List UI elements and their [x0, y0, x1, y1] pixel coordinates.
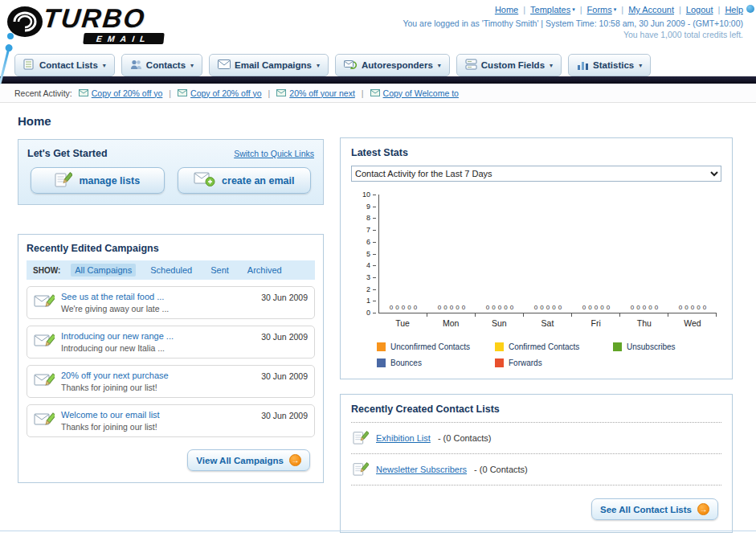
- campaign-subtitle: Thanks for joining our list!: [61, 383, 255, 392]
- contact-list-item[interactable]: Exhibition List - (0 Contacts): [351, 422, 721, 454]
- chart-value-label: 0: [600, 305, 603, 311]
- see-all-contact-lists-label: See All Contact Lists: [600, 505, 692, 514]
- chart-y-tick-mark: [373, 254, 376, 255]
- tab-archived[interactable]: Archived: [243, 264, 286, 277]
- contact-list-item[interactable]: Newsletter Subscribers - (0 Contacts): [351, 454, 721, 485]
- contact-count: - (0 Contacts): [438, 433, 492, 443]
- legend-swatch: [495, 358, 504, 367]
- chart-x-label: Sun: [475, 318, 523, 328]
- campaign-title[interactable]: Introducing our new range ...: [61, 331, 255, 341]
- top-nav-templates-label[interactable]: Templates: [530, 5, 570, 14]
- recent-activity-link[interactable]: Copy of 20% off yo: [92, 88, 163, 98]
- recent-activity-item[interactable]: 20% off your next: [276, 88, 355, 98]
- nav-tab-custom-fields[interactable]: Custom Fields ▾: [456, 54, 562, 76]
- nav-tab-email-campaigns[interactable]: Email Campaigns ▾: [209, 54, 329, 76]
- tab-all-campaigns[interactable]: All Campaigns: [71, 264, 136, 277]
- stats-period-select[interactable]: Contact Activity for the Last 7 Days: [351, 166, 721, 182]
- campaign-date: 30 Jun 2009: [261, 411, 308, 420]
- chart-value-label: 0: [492, 305, 495, 311]
- campaign-date: 30 Jun 2009: [261, 371, 308, 381]
- top-nav-my-account[interactable]: My Account: [628, 5, 674, 14]
- envelope-pencil-icon: [34, 411, 55, 430]
- recent-activity-bar: Recent Activity: Copy of 20% off yo | Co…: [0, 84, 756, 103]
- switch-quick-links-link[interactable]: Switch to Quick Links: [234, 149, 314, 158]
- campaign-title[interactable]: See us at the retail food ...: [61, 292, 255, 301]
- chart-value-label: 0: [462, 305, 465, 311]
- tab-scheduled[interactable]: Scheduled: [146, 264, 196, 277]
- create-email-button[interactable]: create an email: [178, 167, 312, 194]
- campaigns-title: Recently Edited Campaigns: [27, 243, 315, 254]
- chart-y-tick-mark: [373, 277, 376, 278]
- chart-y-tick-mark: [373, 242, 376, 243]
- campaign-list-item[interactable]: Introducing our new range ... Introducin…: [27, 326, 315, 358]
- nav-tab-autoresponders[interactable]: Autoresponders ▾: [335, 54, 450, 76]
- campaign-title[interactable]: Welcome to our email list: [61, 410, 255, 420]
- nav-tab-label: Contact Lists: [39, 60, 98, 70]
- view-all-campaigns-button[interactable]: View All Campaigns →: [187, 449, 310, 471]
- contact-count: - (0 Contacts): [474, 465, 528, 474]
- contact-lists-icon: [23, 59, 35, 72]
- legend-label: Unconfirmed Contacts: [390, 342, 470, 351]
- chart-value-label: 0: [504, 305, 507, 311]
- manage-lists-button[interactable]: manage lists: [31, 167, 165, 194]
- recent-activity-item[interactable]: Copy of 20% off yo: [79, 88, 163, 98]
- contact-list-link[interactable]: Newsletter Subscribers: [376, 465, 467, 474]
- arrow-right-icon: →: [697, 503, 709, 515]
- campaign-list-item[interactable]: Welcome to our email list Thanks for joi…: [27, 404, 315, 437]
- tab-sent[interactable]: Sent: [206, 264, 233, 277]
- contacts-icon: [130, 59, 142, 72]
- nav-tab-contacts[interactable]: Contacts ▾: [121, 54, 202, 76]
- nav-tab-contact-lists[interactable]: Contact Lists ▾: [14, 54, 115, 76]
- chevron-down-icon: ▾: [317, 62, 320, 69]
- nav-tab-statistics[interactable]: Statistics ▾: [568, 54, 651, 76]
- chart-value-label: 0: [607, 305, 610, 311]
- chart-x-label: Tue: [378, 318, 427, 328]
- separator: |: [268, 88, 271, 98]
- latest-stats-panel: Latest Stats Contact Activity for the La…: [340, 137, 733, 379]
- campaign-list-item[interactable]: 20% off your next purchase Thanks for jo…: [27, 365, 315, 398]
- top-nav-forms-label[interactable]: Forms: [587, 5, 612, 14]
- chart-bar-group: 00000: [668, 195, 717, 313]
- top-nav-help[interactable]: Help: [725, 5, 743, 14]
- separator: |: [718, 5, 721, 14]
- recent-activity-link[interactable]: Copy of Welcome to: [383, 88, 459, 98]
- chart-y-tick-mark: [373, 230, 376, 231]
- recent-activity-link[interactable]: 20% off your next: [289, 88, 355, 98]
- arrow-right-icon: →: [289, 454, 301, 466]
- recent-activity-item[interactable]: Copy of 20% off yo: [178, 88, 262, 98]
- legend-label: Unsubscribes: [627, 342, 676, 351]
- top-nav-templates[interactable]: Templates ▾: [530, 5, 575, 14]
- chart-value-labels: 00000: [476, 305, 524, 311]
- logo-swirl-icon: [6, 5, 43, 40]
- show-label: SHOW:: [33, 266, 60, 275]
- contact-lists-title: Recently Created Contact Lists: [351, 404, 721, 415]
- top-nav-logout[interactable]: Logout: [686, 5, 713, 14]
- envelope-icon: [370, 88, 380, 98]
- top-nav-home[interactable]: Home: [495, 5, 518, 14]
- campaign-list-item[interactable]: See us at the retail food ... We're givi…: [27, 286, 315, 319]
- chart-y-tick-mark: [373, 289, 376, 290]
- chart-y-tick-label: 3: [366, 273, 370, 281]
- top-nav-forms[interactable]: Forms ▾: [587, 5, 617, 14]
- chart-x-label: Thu: [620, 318, 668, 328]
- chart-y-tick-label: 6: [366, 238, 370, 245]
- chart-y-tick-mark: [373, 313, 376, 313]
- chart-y-tick-label: 2: [366, 285, 370, 293]
- chevron-down-icon: ▾: [103, 62, 106, 69]
- footer-divider: [0, 531, 756, 531]
- chart-value-label: 0: [438, 305, 441, 311]
- see-all-contact-lists-button[interactable]: See All Contact Lists →: [591, 498, 718, 520]
- envelope-pencil-icon: [34, 332, 55, 351]
- recent-activity-link[interactable]: Copy of 20% off yo: [190, 88, 262, 98]
- separator: |: [362, 88, 364, 98]
- logo-subword: EMAIL: [83, 33, 164, 44]
- recent-activity-item[interactable]: Copy of Welcome to: [370, 88, 459, 98]
- chart-value-label: 0: [510, 305, 513, 311]
- pencil-paper-icon: [353, 430, 369, 446]
- chart-value-label: 0: [582, 305, 586, 311]
- chart-y-tick-label: 9: [366, 203, 370, 210]
- contact-list-link[interactable]: Exhibition List: [376, 433, 431, 443]
- turbo-email-logo: TURBO EMAIL: [6, 3, 231, 48]
- chart-value-label: 0: [498, 305, 501, 311]
- campaign-title[interactable]: 20% off your next purchase: [61, 371, 255, 380]
